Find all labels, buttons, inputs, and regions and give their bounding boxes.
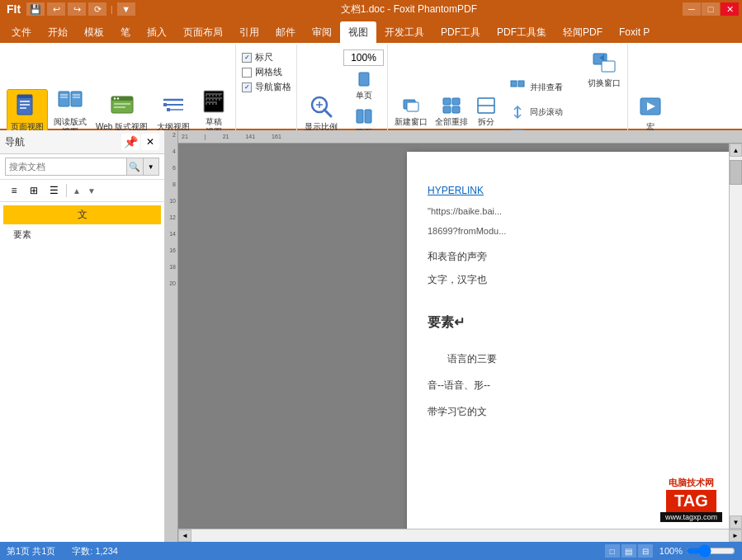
heading-yaosu: 要素↵ [428, 309, 708, 336]
nav-down-arrow[interactable]: ▼ [85, 184, 98, 197]
status-page-view-btn[interactable]: □ [605, 544, 620, 558]
tab-mail[interactable]: 邮件 [267, 21, 304, 43]
tab-pdf-tools[interactable]: PDF工具 [432, 21, 489, 43]
single-page-icon [354, 69, 374, 89]
nav-close-btn[interactable]: ✕ [141, 134, 159, 150]
scroll-left-btn[interactable]: ◄ [178, 529, 191, 542]
scroll-up-btn[interactable]: ▲ [730, 144, 742, 157]
undo-btn[interactable]: ↩ [47, 2, 65, 16]
tab-pdf-suite[interactable]: PDF工具集 [489, 21, 555, 43]
btn-all-reset[interactable]: 全部重排 [432, 94, 470, 129]
status-read-btn[interactable]: ▤ [621, 544, 636, 558]
text-line-1: 和表音的声旁 [428, 247, 708, 266]
navigation-panel: 导航 📌 ✕ 🔍 ▼ ≡ ⊞ ☰ ▲ ▼ [0, 130, 165, 542]
scroll-down-btn[interactable]: ▼ [730, 515, 742, 529]
nav-search-input[interactable] [6, 162, 126, 172]
new-window-icon [401, 96, 421, 115]
app-logo: FIt [3, 2, 24, 16]
btn-arrange[interactable]: 并排查看 [505, 76, 582, 99]
svg-rect-1 [17, 95, 32, 98]
doc-scroll-area: 21 | 21 141 161 HYPERLINK "https://baike… [178, 130, 742, 542]
tab-insert[interactable]: 插入 [139, 21, 175, 43]
hyperlink-cont: 18699?fromModu... [428, 222, 708, 240]
nav-grid-btn[interactable]: ⊞ [25, 182, 43, 199]
refresh-btn[interactable]: ⟳ [88, 2, 106, 16]
tab-layout[interactable]: 页面布局 [175, 21, 231, 43]
tab-pen[interactable]: 笔 [112, 21, 139, 43]
svg-rect-51 [602, 61, 615, 72]
status-word-count: 字数: 1,234 [72, 545, 118, 558]
chk-ruler[interactable]: ✓ 标尺 [242, 51, 291, 64]
zoom-slider[interactable] [686, 544, 735, 558]
nav-heading-wen[interactable]: 文 [3, 205, 161, 224]
watermark-sitename: 电脑技术网 [660, 476, 722, 490]
tab-view[interactable]: 视图 [340, 21, 376, 43]
nav-pin-btn[interactable]: 📌 [121, 134, 139, 150]
document-canvas[interactable]: HYPERLINK "https://baike.bai... 18699?fr… [178, 144, 729, 529]
svg-rect-38 [407, 102, 418, 111]
chk-grid[interactable]: 网格线 [242, 66, 291, 78]
nav-list-btn[interactable]: ≡ [5, 182, 23, 199]
nav-search-btn[interactable]: 🔍 [126, 158, 143, 175]
save-quick-btn[interactable]: 💾 [26, 2, 45, 16]
chk-nav[interactable]: ✓ 导航窗格 [242, 81, 291, 93]
tab-foxit[interactable]: Foxit P [611, 21, 658, 43]
tab-start[interactable]: 开始 [40, 21, 76, 43]
top-bar: FIt 💾 ↩ ↪ ⟳ | ▼ 文档1.doc - Foxit PhantomP… [0, 0, 742, 43]
svg-rect-40 [452, 98, 460, 105]
chk-ruler-box[interactable]: ✓ [242, 53, 252, 63]
tab-reference[interactable]: 引用 [231, 21, 267, 43]
nav-header: 导航 📌 ✕ [0, 130, 164, 154]
btn-single-page[interactable]: 单页 [343, 68, 384, 103]
chk-grid-label: 网格线 [255, 66, 282, 78]
redo-btn[interactable]: ↪ [68, 2, 86, 16]
ribbon: 页面视图 阅读版式视图 Web 版式视图 [0, 43, 742, 130]
web-view-icon [107, 92, 137, 121]
svg-rect-34 [357, 110, 363, 123]
btn-macro[interactable]: 宏 [632, 90, 669, 134]
ruler-mark-h21b: | [205, 134, 206, 139]
page-view-icon [12, 92, 42, 121]
ruler-mark-h141: 141 [245, 134, 255, 139]
tab-review[interactable]: 审阅 [304, 21, 340, 43]
nav-search-dropdown-btn[interactable]: ▼ [143, 158, 159, 175]
watermark: 电脑技术网 TAG www.tagxp.com [660, 476, 722, 522]
chk-grid-box[interactable] [242, 68, 252, 78]
ruler-mark-18: 18 [165, 262, 177, 279]
tab-template[interactable]: 模板 [76, 21, 112, 43]
status-web-btn[interactable]: ⊟ [638, 544, 653, 558]
btn-page-view[interactable]: 页面视图 [7, 89, 48, 134]
ruler-mark-h21c: 21 [223, 134, 229, 139]
text-line-5: 带学习它的文 [428, 402, 708, 421]
nav-detail-btn[interactable]: ☰ [45, 182, 63, 199]
btn-zoom[interactable]: 显示比例 [301, 90, 341, 134]
btn-new-window[interactable]: 新建窗口 [392, 94, 430, 129]
close-btn[interactable]: ✕ [721, 2, 739, 16]
scroll-track[interactable] [730, 157, 742, 515]
svg-rect-5 [59, 92, 69, 106]
scroll-thumb[interactable] [730, 160, 742, 185]
tab-dev[interactable]: 开发工具 [376, 21, 432, 43]
btn-split[interactable]: 拆分 [473, 94, 499, 129]
tab-light-pdf[interactable]: 轻闻PDF [555, 21, 611, 43]
ruler-mark-8: 8 [165, 180, 177, 196]
nav-up-arrow[interactable]: ▲ [70, 184, 83, 197]
title-bar-text: 文档1.doc - Foxit PhantomPDF [135, 2, 683, 16]
btn-sync-scroll[interactable]: 同步滚动 [505, 101, 582, 124]
ruler-mark-4: 4 [165, 147, 177, 163]
chk-nav-box[interactable]: ✓ [242, 82, 252, 92]
minimize-btn[interactable]: ─ [683, 2, 701, 16]
scroll-right-btn[interactable]: ► [729, 529, 742, 542]
nav-subitem-yaosu[interactable]: 要素 [3, 226, 161, 243]
maximize-btn[interactable]: □ [702, 2, 720, 16]
btn-web-view[interactable]: Web 版式视图 [92, 90, 151, 134]
hyperlink-text[interactable]: HYPERLINK [428, 181, 708, 200]
btn-switch-window[interactable]: 切换窗口 [584, 46, 624, 90]
tab-file[interactable]: 文件 [3, 21, 40, 43]
svg-point-14 [116, 97, 118, 99]
svg-rect-20 [163, 103, 167, 106]
zoom-100-box[interactable]: 100% [343, 49, 384, 66]
ruler-mark-6: 6 [165, 163, 177, 180]
dropdown-btn[interactable]: ▼ [117, 2, 135, 16]
btn-outline-view[interactable]: 大纲视图 [154, 90, 193, 134]
